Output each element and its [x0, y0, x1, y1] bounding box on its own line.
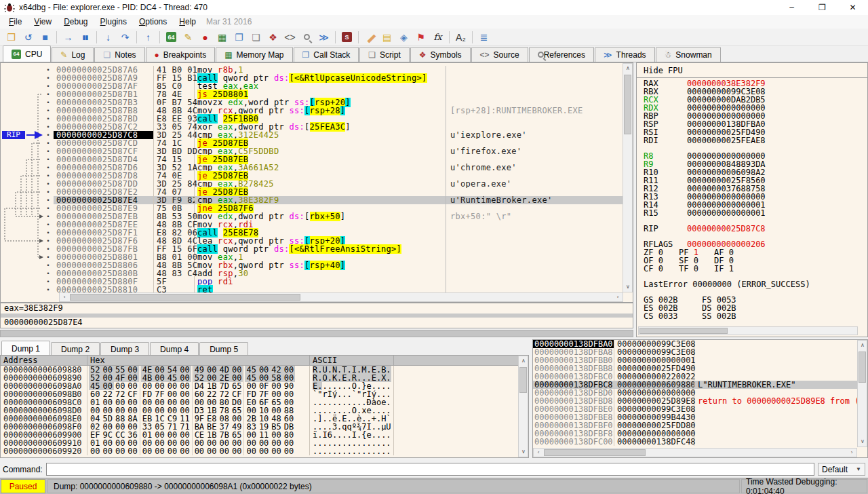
register-line[interactable]: ZF 0PF 1AF 0 [637, 248, 867, 256]
hide-fpu-button[interactable]: Hide FPU [637, 63, 867, 78]
hex-byte: 00 [178, 447, 191, 455]
last-error-line[interactable]: LastError 00000000 (ERROR_SUCCESS) [637, 280, 867, 288]
comments-button[interactable]: ▤ [378, 30, 395, 45]
menu-view[interactable]: View [28, 16, 58, 28]
register-line[interactable]: CF 0TF 0IF 1 [637, 265, 867, 273]
menu-options[interactable]: Options [133, 16, 173, 28]
tab-call-stack[interactable]: ❐Call Stack [294, 47, 359, 62]
hex-group-separator [243, 390, 244, 398]
symbols-button[interactable]: ❖ [264, 30, 281, 45]
stack-comment [694, 373, 857, 381]
menu-file[interactable]: File [3, 16, 28, 28]
open-file-button[interactable]: ❒ [3, 30, 20, 45]
scroll-left-arrow[interactable]: ‹ [60, 292, 69, 302]
call-stack-button[interactable]: ❐ [231, 30, 248, 45]
menu-help[interactable]: Help [173, 16, 202, 28]
tab-threads[interactable]: ≫Threads [595, 47, 655, 62]
scroll-right-arrow[interactable]: › [613, 292, 623, 302]
dump-vertical-scrollbar[interactable]: ∧ ∨ [518, 356, 528, 457]
horizontal-splitter[interactable] [0, 330, 633, 337]
stack-vertical-scrollbar[interactable]: ∧ ∨ [857, 340, 867, 447]
column-header-hex[interactable]: Hex [87, 356, 310, 365]
run-button[interactable]: → [60, 30, 77, 45]
disassembly-vertical-scrollbar[interactable]: ∧ ∨ [623, 63, 633, 292]
step-over-button[interactable]: ↷ [117, 30, 134, 45]
tab-snowman[interactable]: ☃Snowman [656, 47, 721, 62]
patches-button[interactable]: ▬ [361, 30, 378, 45]
labels-button[interactable]: ◈ [395, 30, 412, 45]
menu-plugins[interactable]: Plugins [94, 16, 133, 28]
pause-button[interactable]: ▮▮ [77, 30, 94, 45]
cpu-button[interactable]: 64 [163, 30, 180, 45]
execute-till-return-button[interactable]: ↑ [140, 30, 157, 45]
tab-bar: 64CPU✎Log❏Notes●Breakpoints▦Memory Map❐C… [0, 46, 868, 62]
tab-dump-5[interactable]: Dump 5 [199, 342, 248, 356]
scroll-up-arrow[interactable]: ∧ [623, 64, 633, 73]
step-into-button[interactable]: ↓ [100, 30, 117, 45]
tab-script[interactable]: ❏Script [359, 47, 409, 62]
tab-references[interactable]: References [529, 47, 594, 62]
scroll-thumb[interactable] [624, 75, 631, 134]
register-line[interactable]: RFLAGS0000000000000206 [637, 240, 867, 248]
restart-button[interactable]: ↺ [20, 30, 37, 45]
script-button[interactable]: ❏ [248, 30, 264, 45]
scroll-down-arrow[interactable]: ∨ [519, 447, 528, 457]
hex-byte: 00 [205, 447, 218, 455]
tab-dump-4[interactable]: Dump 4 [150, 342, 199, 356]
tab-cpu[interactable]: 64CPU [3, 45, 51, 62]
registers-horizontal-scrollbar[interactable] [638, 326, 858, 335]
stop-button[interactable]: ■ [37, 30, 54, 45]
source-button[interactable]: <> [281, 30, 298, 45]
register-line[interactable]: RIP00000000025D87C8 [637, 225, 867, 233]
scroll-right-arrow[interactable]: › [847, 448, 856, 457]
snowman-button[interactable]: S [338, 30, 355, 45]
tab-notes[interactable]: ❏Notes [94, 47, 144, 62]
notes-button[interactable]: ✎ [180, 30, 197, 45]
minimize-button[interactable]: – [776, 0, 807, 15]
restore-button[interactable]: ❐ [807, 0, 837, 15]
scroll-thumb[interactable] [544, 449, 646, 456]
threads-button[interactable]: ≫ [315, 30, 332, 45]
register-line[interactable]: RDI00000000025FEAE8 [637, 136, 867, 145]
az-button[interactable]: A₂ [452, 30, 469, 45]
tab-symbols[interactable]: ❖Symbols [410, 47, 471, 62]
scroll-thumb[interactable] [519, 367, 527, 393]
flag-tf: TF 0 [679, 265, 714, 273]
stack-row[interactable]: 00000000138DFC0000000000138DFC48 [533, 438, 857, 446]
column-header-address[interactable]: Address [1, 356, 87, 365]
disasm-row-dot: • [1, 286, 54, 292]
references-button[interactable] [298, 30, 315, 45]
scroll-thumb[interactable] [859, 352, 866, 383]
disassembly-horizontal-scrollbar[interactable]: ‹ › [59, 292, 623, 302]
scroll-thumb[interactable] [70, 294, 300, 301]
tab-log[interactable]: ✎Log [52, 47, 94, 62]
tab-dump-2[interactable]: Dump 2 [51, 342, 100, 356]
scroll-down-arrow[interactable]: ∨ [858, 437, 867, 446]
tab-dump-3[interactable]: Dump 3 [100, 342, 149, 356]
register-line[interactable]: CS 0033SS 002B [637, 312, 867, 320]
menu-debug[interactable]: Debug [58, 16, 94, 28]
functions-button[interactable]: fx [429, 30, 446, 45]
scroll-left-arrow[interactable]: ‹ [534, 448, 543, 457]
tab-dump-1[interactable]: Dump 1 [1, 341, 50, 356]
register-line[interactable]: R150000000000000001 [637, 209, 867, 217]
command-script-dropdown[interactable]: Default ▼ [818, 463, 865, 476]
disasm-row[interactable]: •00000000025D8810C3ret [1, 286, 623, 292]
tab-memory-map[interactable]: ▦Memory Map [216, 47, 292, 62]
tab-breakpoints[interactable]: ●Breakpoints [146, 47, 216, 62]
scroll-thumb[interactable] [639, 328, 728, 334]
stack-horizontal-scrollbar[interactable]: ‹ › [533, 448, 857, 457]
calculator-button[interactable]: ≣ [475, 30, 492, 45]
bookmarks-button[interactable]: ⚑ [412, 30, 429, 45]
tab-source[interactable]: <>Source [471, 47, 528, 62]
scroll-down-arrow[interactable]: ∨ [623, 282, 633, 292]
memory-map-button[interactable]: ▦ [214, 30, 231, 45]
column-header-ascii[interactable]: ASCII [310, 356, 394, 365]
scroll-up-arrow[interactable]: ∧ [858, 341, 867, 350]
dump-row[interactable]: 0000000000609920000000000000000000000000… [1, 447, 519, 455]
register-line[interactable]: OF 0SF 0DF 0 [637, 256, 867, 265]
breakpoints-button[interactable]: ● [197, 30, 214, 45]
scroll-up-arrow[interactable]: ∧ [519, 356, 528, 366]
close-button[interactable]: ✕ [837, 0, 868, 15]
command-input[interactable] [46, 463, 814, 476]
